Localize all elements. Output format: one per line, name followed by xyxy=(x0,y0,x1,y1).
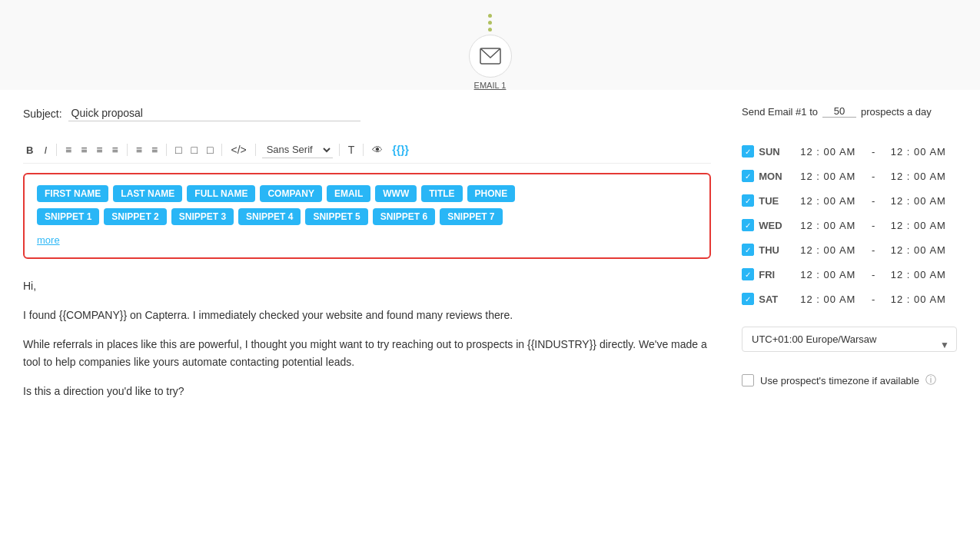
toolbar-sep-2 xyxy=(127,144,128,156)
day-checkbox[interactable] xyxy=(742,244,754,256)
info-icon[interactable]: ⓘ xyxy=(925,373,936,387)
prospects-input[interactable] xyxy=(822,105,856,118)
time-to[interactable]: 12 : 00 AM xyxy=(880,237,957,262)
toolbar-sep-7 xyxy=(363,144,364,156)
time-separator: - xyxy=(867,164,880,188)
time-separator: - xyxy=(867,213,880,237)
font-size-icon[interactable]: T xyxy=(346,142,357,158)
prospect-tz-checkbox[interactable] xyxy=(742,374,754,386)
time-from[interactable]: 12 : 00 AM xyxy=(789,237,866,262)
email-node-label[interactable]: EMAIL 1 xyxy=(474,81,507,90)
italic-button[interactable]: I xyxy=(41,143,50,158)
variables-icon[interactable]: {{}} xyxy=(390,142,411,158)
schedule-row: WED12 : 00 AM - 12 : 00 AM xyxy=(742,213,957,237)
subject-input[interactable] xyxy=(68,105,360,121)
time-separator: - xyxy=(867,237,880,262)
flow-dots xyxy=(488,8,492,32)
snippet-row-2: SNIPPET 1SNIPPET 2SNIPPET 3SNIPPET 4SNIP… xyxy=(37,208,697,225)
align-center-icon[interactable]: ≡ xyxy=(78,142,89,158)
time-to[interactable]: 12 : 00 AM xyxy=(880,188,957,213)
prospect-tz-label: Use prospect's timezone if available xyxy=(760,375,919,386)
toolbar-sep-5 xyxy=(255,144,256,156)
day-checkbox[interactable] xyxy=(742,219,754,231)
day-label: TUE xyxy=(759,188,789,213)
time-to[interactable]: 12 : 00 AM xyxy=(880,139,957,164)
time-from[interactable]: 12 : 00 AM xyxy=(789,262,866,287)
snippet-tag[interactable]: TITLE xyxy=(421,185,462,202)
schedule-row: MON12 : 00 AM - 12 : 00 AM xyxy=(742,164,957,188)
email-node[interactable]: EMAIL 1 xyxy=(469,35,512,90)
send-prefix: Send Email #1 to xyxy=(742,106,818,118)
snippet-tag[interactable]: SNIPPET 4 xyxy=(238,208,301,225)
block-quote-icon[interactable]: □ xyxy=(173,142,184,158)
bold-button[interactable]: B xyxy=(23,143,36,158)
align-right-icon[interactable]: ≡ xyxy=(94,142,105,158)
time-from[interactable]: 12 : 00 AM xyxy=(789,188,866,213)
snippet-tag[interactable]: FULL NAME xyxy=(187,185,255,202)
schedule-row: SUN12 : 00 AM - 12 : 00 AM xyxy=(742,139,957,164)
day-checkbox[interactable] xyxy=(742,145,754,158)
time-separator: - xyxy=(867,139,880,164)
time-from[interactable]: 12 : 00 AM xyxy=(789,164,866,188)
time-to[interactable]: 12 : 00 AM xyxy=(880,164,957,188)
snippet-tag[interactable]: FIRST NAME xyxy=(37,185,108,202)
email-line-1: Hi, xyxy=(23,277,711,296)
snippet-tag[interactable]: SNIPPET 3 xyxy=(171,208,234,225)
schedule-row: SAT12 : 00 AM - 12 : 00 AM xyxy=(742,287,957,311)
flow-dot-2 xyxy=(488,21,492,25)
align-justify-icon[interactable]: ≡ xyxy=(110,142,121,158)
flow-area: EMAIL 1 xyxy=(0,0,980,90)
snippet-tag[interactable]: SNIPPET 6 xyxy=(373,208,435,225)
preview-icon[interactable]: 👁 xyxy=(370,142,385,158)
image-icon[interactable]: □ xyxy=(204,142,215,158)
font-family-select[interactable]: Sans Serif Serif Monospace xyxy=(262,141,333,158)
time-from[interactable]: 12 : 00 AM xyxy=(789,139,866,164)
email-line-4: Is this a direction you'd like to try? xyxy=(23,383,711,401)
snippet-tag[interactable]: COMPANY xyxy=(260,185,321,202)
list-ordered-icon[interactable]: ≡ xyxy=(134,142,145,158)
day-checkbox[interactable] xyxy=(742,194,754,207)
toolbar-sep-3 xyxy=(166,144,167,156)
time-to[interactable]: 12 : 00 AM xyxy=(880,287,957,311)
list-unordered-icon[interactable]: ≡ xyxy=(149,142,160,158)
email-body: Hi, I found {{COMPANY}} on Capterra. I i… xyxy=(23,271,711,418)
subject-label: Subject: xyxy=(23,108,62,120)
align-left-icon[interactable]: ≡ xyxy=(63,142,74,158)
snippet-tag[interactable]: EMAIL xyxy=(327,185,370,202)
snippet-tag[interactable]: SNIPPET 2 xyxy=(104,208,166,225)
editor-panel: Subject: B I ≡ ≡ ≡ ≡ ≡ ≡ □ □ □ </> Sans … xyxy=(23,105,711,529)
main-content: Subject: B I ≡ ≡ ≡ ≡ ≡ ≡ □ □ □ </> Sans … xyxy=(0,90,980,544)
flow-dot-3 xyxy=(488,28,492,32)
snippet-more-link[interactable]: more xyxy=(37,234,60,246)
snippet-tag[interactable]: SNIPPET 7 xyxy=(440,208,502,225)
day-label: SUN xyxy=(759,139,789,164)
send-suffix: prospects a day xyxy=(861,106,932,118)
day-label: WED xyxy=(759,213,789,237)
email-line-3: While referrals in places like this are … xyxy=(23,336,711,373)
time-to[interactable]: 12 : 00 AM xyxy=(880,262,957,287)
subject-row: Subject: xyxy=(23,105,711,121)
day-checkbox[interactable] xyxy=(742,268,754,280)
day-checkbox[interactable] xyxy=(742,293,754,305)
snippet-tag[interactable]: SNIPPET 5 xyxy=(305,208,367,225)
code-block-icon[interactable]: □ xyxy=(189,142,200,158)
snippet-tag[interactable]: LAST NAME xyxy=(113,185,182,202)
day-label: MON xyxy=(759,164,789,188)
toolbar-sep-6 xyxy=(339,144,340,156)
email-icon-circle xyxy=(469,35,512,78)
schedule-row: TUE12 : 00 AM - 12 : 00 AM xyxy=(742,188,957,213)
source-icon[interactable]: </> xyxy=(228,142,248,158)
time-to[interactable]: 12 : 00 AM xyxy=(880,213,957,237)
snippet-tag[interactable]: SNIPPET 1 xyxy=(37,208,99,225)
time-separator: - xyxy=(867,262,880,287)
time-from[interactable]: 12 : 00 AM xyxy=(789,213,866,237)
snippet-tag[interactable]: PHONE xyxy=(467,185,516,202)
time-from[interactable]: 12 : 00 AM xyxy=(789,287,866,311)
schedule-row: FRI12 : 00 AM - 12 : 00 AM xyxy=(742,262,957,287)
timezone-select[interactable]: UTC+01:00 Europe/Warsaw xyxy=(742,327,957,352)
snippet-tag[interactable]: WWW xyxy=(375,185,417,202)
schedule-row: THU12 : 00 AM - 12 : 00 AM xyxy=(742,237,957,262)
day-checkbox[interactable] xyxy=(742,170,754,182)
time-separator: - xyxy=(867,188,880,213)
day-label: THU xyxy=(759,237,789,262)
